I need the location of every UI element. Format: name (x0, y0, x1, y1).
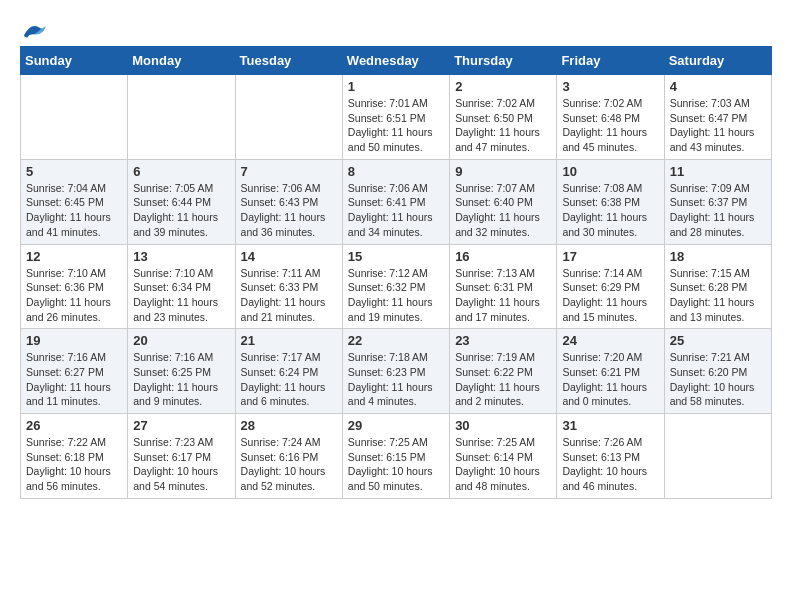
day-number: 22 (348, 333, 444, 348)
day-number: 2 (455, 79, 551, 94)
day-info: Sunrise: 7:17 AMSunset: 6:24 PMDaylight:… (241, 350, 337, 409)
day-info: Sunrise: 7:26 AMSunset: 6:13 PMDaylight:… (562, 435, 658, 494)
day-info: Sunrise: 7:16 AMSunset: 6:27 PMDaylight:… (26, 350, 122, 409)
day-info: Sunrise: 7:03 AMSunset: 6:47 PMDaylight:… (670, 96, 766, 155)
day-info: Sunrise: 7:19 AMSunset: 6:22 PMDaylight:… (455, 350, 551, 409)
day-number: 16 (455, 249, 551, 264)
day-info: Sunrise: 7:25 AMSunset: 6:15 PMDaylight:… (348, 435, 444, 494)
day-info: Sunrise: 7:22 AMSunset: 6:18 PMDaylight:… (26, 435, 122, 494)
logo-bird-icon (22, 20, 46, 40)
day-info: Sunrise: 7:16 AMSunset: 6:25 PMDaylight:… (133, 350, 229, 409)
day-number: 8 (348, 164, 444, 179)
day-cell (664, 414, 771, 499)
day-cell: 27Sunrise: 7:23 AMSunset: 6:17 PMDayligh… (128, 414, 235, 499)
day-cell (235, 75, 342, 160)
day-number: 26 (26, 418, 122, 433)
day-cell: 9Sunrise: 7:07 AMSunset: 6:40 PMDaylight… (450, 159, 557, 244)
day-number: 11 (670, 164, 766, 179)
day-number: 9 (455, 164, 551, 179)
week-row-4: 26Sunrise: 7:22 AMSunset: 6:18 PMDayligh… (21, 414, 772, 499)
header-cell-wednesday: Wednesday (342, 47, 449, 75)
week-row-3: 19Sunrise: 7:16 AMSunset: 6:27 PMDayligh… (21, 329, 772, 414)
day-cell: 13Sunrise: 7:10 AMSunset: 6:34 PMDayligh… (128, 244, 235, 329)
day-number: 24 (562, 333, 658, 348)
header-cell-friday: Friday (557, 47, 664, 75)
day-number: 20 (133, 333, 229, 348)
day-cell: 21Sunrise: 7:17 AMSunset: 6:24 PMDayligh… (235, 329, 342, 414)
day-cell: 14Sunrise: 7:11 AMSunset: 6:33 PMDayligh… (235, 244, 342, 329)
day-cell: 25Sunrise: 7:21 AMSunset: 6:20 PMDayligh… (664, 329, 771, 414)
day-info: Sunrise: 7:06 AMSunset: 6:43 PMDaylight:… (241, 181, 337, 240)
day-cell: 12Sunrise: 7:10 AMSunset: 6:36 PMDayligh… (21, 244, 128, 329)
day-info: Sunrise: 7:12 AMSunset: 6:32 PMDaylight:… (348, 266, 444, 325)
day-info: Sunrise: 7:24 AMSunset: 6:16 PMDaylight:… (241, 435, 337, 494)
day-info: Sunrise: 7:21 AMSunset: 6:20 PMDaylight:… (670, 350, 766, 409)
day-number: 21 (241, 333, 337, 348)
day-cell: 1Sunrise: 7:01 AMSunset: 6:51 PMDaylight… (342, 75, 449, 160)
day-number: 19 (26, 333, 122, 348)
day-info: Sunrise: 7:25 AMSunset: 6:14 PMDaylight:… (455, 435, 551, 494)
header-row: SundayMondayTuesdayWednesdayThursdayFrid… (21, 47, 772, 75)
day-cell: 19Sunrise: 7:16 AMSunset: 6:27 PMDayligh… (21, 329, 128, 414)
header-cell-sunday: Sunday (21, 47, 128, 75)
day-cell: 6Sunrise: 7:05 AMSunset: 6:44 PMDaylight… (128, 159, 235, 244)
day-info: Sunrise: 7:10 AMSunset: 6:36 PMDaylight:… (26, 266, 122, 325)
day-cell: 23Sunrise: 7:19 AMSunset: 6:22 PMDayligh… (450, 329, 557, 414)
day-cell: 5Sunrise: 7:04 AMSunset: 6:45 PMDaylight… (21, 159, 128, 244)
calendar-table: SundayMondayTuesdayWednesdayThursdayFrid… (20, 46, 772, 499)
day-number: 12 (26, 249, 122, 264)
week-row-2: 12Sunrise: 7:10 AMSunset: 6:36 PMDayligh… (21, 244, 772, 329)
week-row-1: 5Sunrise: 7:04 AMSunset: 6:45 PMDaylight… (21, 159, 772, 244)
day-info: Sunrise: 7:07 AMSunset: 6:40 PMDaylight:… (455, 181, 551, 240)
day-number: 15 (348, 249, 444, 264)
day-number: 10 (562, 164, 658, 179)
day-info: Sunrise: 7:13 AMSunset: 6:31 PMDaylight:… (455, 266, 551, 325)
day-cell: 29Sunrise: 7:25 AMSunset: 6:15 PMDayligh… (342, 414, 449, 499)
header (20, 20, 772, 36)
day-cell: 2Sunrise: 7:02 AMSunset: 6:50 PMDaylight… (450, 75, 557, 160)
day-number: 27 (133, 418, 229, 433)
day-cell: 18Sunrise: 7:15 AMSunset: 6:28 PMDayligh… (664, 244, 771, 329)
day-cell: 17Sunrise: 7:14 AMSunset: 6:29 PMDayligh… (557, 244, 664, 329)
day-number: 30 (455, 418, 551, 433)
day-number: 31 (562, 418, 658, 433)
day-cell: 22Sunrise: 7:18 AMSunset: 6:23 PMDayligh… (342, 329, 449, 414)
day-number: 17 (562, 249, 658, 264)
day-number: 3 (562, 79, 658, 94)
day-info: Sunrise: 7:08 AMSunset: 6:38 PMDaylight:… (562, 181, 658, 240)
day-info: Sunrise: 7:09 AMSunset: 6:37 PMDaylight:… (670, 181, 766, 240)
day-info: Sunrise: 7:02 AMSunset: 6:48 PMDaylight:… (562, 96, 658, 155)
day-cell: 30Sunrise: 7:25 AMSunset: 6:14 PMDayligh… (450, 414, 557, 499)
day-info: Sunrise: 7:05 AMSunset: 6:44 PMDaylight:… (133, 181, 229, 240)
day-info: Sunrise: 7:10 AMSunset: 6:34 PMDaylight:… (133, 266, 229, 325)
day-cell: 24Sunrise: 7:20 AMSunset: 6:21 PMDayligh… (557, 329, 664, 414)
day-cell: 3Sunrise: 7:02 AMSunset: 6:48 PMDaylight… (557, 75, 664, 160)
day-number: 13 (133, 249, 229, 264)
day-info: Sunrise: 7:15 AMSunset: 6:28 PMDaylight:… (670, 266, 766, 325)
day-number: 14 (241, 249, 337, 264)
calendar-body: 1Sunrise: 7:01 AMSunset: 6:51 PMDaylight… (21, 75, 772, 499)
day-number: 1 (348, 79, 444, 94)
day-cell: 11Sunrise: 7:09 AMSunset: 6:37 PMDayligh… (664, 159, 771, 244)
day-number: 25 (670, 333, 766, 348)
day-number: 29 (348, 418, 444, 433)
day-number: 28 (241, 418, 337, 433)
day-info: Sunrise: 7:11 AMSunset: 6:33 PMDaylight:… (241, 266, 337, 325)
day-number: 6 (133, 164, 229, 179)
day-cell: 8Sunrise: 7:06 AMSunset: 6:41 PMDaylight… (342, 159, 449, 244)
day-info: Sunrise: 7:18 AMSunset: 6:23 PMDaylight:… (348, 350, 444, 409)
day-number: 18 (670, 249, 766, 264)
day-info: Sunrise: 7:02 AMSunset: 6:50 PMDaylight:… (455, 96, 551, 155)
day-number: 4 (670, 79, 766, 94)
day-cell: 10Sunrise: 7:08 AMSunset: 6:38 PMDayligh… (557, 159, 664, 244)
logo (20, 20, 48, 36)
day-info: Sunrise: 7:06 AMSunset: 6:41 PMDaylight:… (348, 181, 444, 240)
day-info: Sunrise: 7:14 AMSunset: 6:29 PMDaylight:… (562, 266, 658, 325)
day-info: Sunrise: 7:04 AMSunset: 6:45 PMDaylight:… (26, 181, 122, 240)
day-cell: 16Sunrise: 7:13 AMSunset: 6:31 PMDayligh… (450, 244, 557, 329)
day-info: Sunrise: 7:23 AMSunset: 6:17 PMDaylight:… (133, 435, 229, 494)
day-cell: 31Sunrise: 7:26 AMSunset: 6:13 PMDayligh… (557, 414, 664, 499)
day-info: Sunrise: 7:20 AMSunset: 6:21 PMDaylight:… (562, 350, 658, 409)
day-cell (128, 75, 235, 160)
day-number: 5 (26, 164, 122, 179)
